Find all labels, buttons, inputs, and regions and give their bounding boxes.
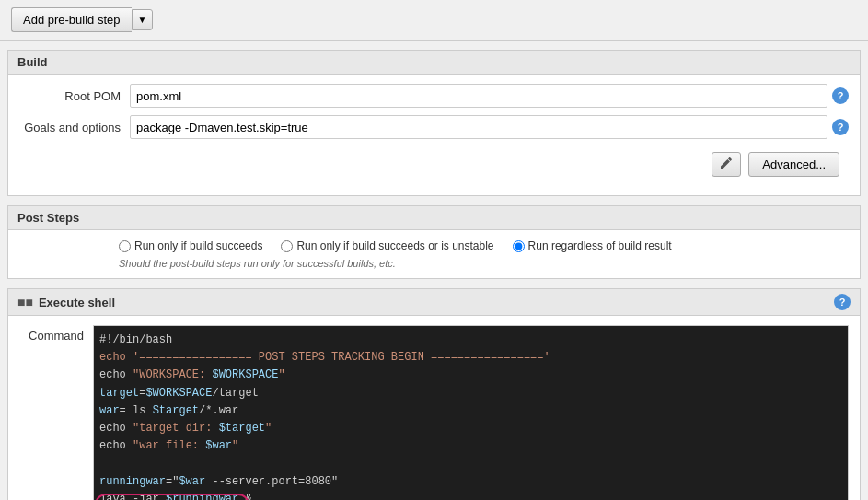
add-prebuild-split-button: Add pre-build step ▼ (11, 7, 153, 32)
command-label: Command (19, 325, 93, 343)
code-line-3: echo "WORKSPACE: $WORKSPACE" (99, 366, 842, 384)
hint-text: Should the post-build steps run only for… (27, 258, 841, 269)
code-line-2: echo '================= POST STEPS TRACK… (99, 349, 842, 366)
radio-unstable-input[interactable] (281, 240, 293, 252)
goals-label: Goals and options (19, 121, 130, 134)
post-steps-body: Run only if build succeeds Run only if b… (8, 230, 860, 278)
root-pom-label: Root POM (19, 89, 130, 103)
edit-icon-button[interactable] (712, 152, 741, 177)
radio-unstable-label: Run only if build succeeds or is unstabl… (296, 239, 493, 252)
root-pom-help-icon[interactable]: ? (832, 87, 849, 104)
root-pom-input[interactable] (130, 84, 827, 108)
code-line-1: #!/bin/bash (99, 331, 842, 349)
code-line-blank1 (99, 455, 842, 472)
radio-always[interactable]: Run regardless of build result (513, 239, 672, 252)
top-bar: Add pre-build step ▼ (0, 0, 868, 41)
code-display[interactable]: #!/bin/bash echo '================= POST… (93, 325, 849, 500)
code-line-6: echo "target dir: $target" (99, 420, 842, 437)
code-line-9: java -jar $runningwar & (99, 491, 842, 500)
root-pom-row: Root POM ? (19, 84, 849, 108)
add-prebuild-dropdown-arrow[interactable]: ▼ (132, 9, 154, 30)
command-row: Command #!/bin/bash echo '==============… (19, 325, 849, 500)
execute-header: ■■ Execute shell ? (8, 289, 860, 316)
radio-success-input[interactable] (119, 240, 131, 252)
code-line-8: runningwar="$war --server.port=8080" (99, 473, 842, 491)
add-prebuild-button[interactable]: Add pre-build step (11, 7, 132, 32)
build-section-header: Build (8, 51, 860, 75)
execute-shell-title: Execute shell (39, 296, 824, 309)
pencil-icon (720, 157, 733, 169)
build-button-row: Advanced... (19, 146, 849, 186)
radio-success[interactable]: Run only if build succeeds (119, 239, 262, 252)
execute-body: Command #!/bin/bash echo '==============… (8, 316, 860, 500)
code-area-wrapper: #!/bin/bash echo '================= POST… (93, 325, 849, 500)
radio-always-input[interactable] (513, 240, 525, 252)
post-steps-header: Post Steps (8, 206, 860, 230)
build-section-body: Root POM ? Goals and options ? (8, 75, 860, 195)
radio-unstable[interactable]: Run only if build succeeds or is unstabl… (281, 239, 493, 252)
goals-input-wrap: ? (130, 115, 849, 139)
post-steps-section: Post Steps Run only if build succeeds Ru… (7, 205, 861, 279)
advanced-button[interactable]: Advanced... (748, 152, 839, 177)
goals-help-icon[interactable]: ? (832, 119, 849, 135)
code-line-4: target=$WORKSPACE/target (99, 385, 842, 402)
goals-row: Goals and options ? (19, 115, 849, 139)
build-title: Build (17, 55, 48, 69)
post-steps-title: Post Steps (17, 211, 79, 225)
radio-success-label: Run only if build succeeds (134, 239, 262, 252)
radio-row: Run only if build succeeds Run only if b… (27, 239, 841, 252)
radio-always-label: Run regardless of build result (528, 239, 672, 252)
execute-shell-icon: ■■ (17, 295, 33, 309)
execute-shell-help-icon[interactable]: ? (834, 294, 851, 310)
command-textarea-wrap: #!/bin/bash echo '================= POST… (93, 325, 849, 500)
root-pom-input-wrap: ? (130, 84, 849, 108)
page-container: Add pre-build step ▼ Build Root POM ? Go… (0, 0, 868, 500)
build-section: Build Root POM ? Goals and options ? (7, 50, 861, 196)
code-line-7: echo "war file: $war" (99, 437, 842, 455)
goals-input[interactable] (130, 115, 827, 139)
code-line-5: war= ls $target/*.war (99, 402, 842, 420)
execute-shell-section: ■■ Execute shell ? Command #!/bin/bash e… (7, 288, 861, 500)
